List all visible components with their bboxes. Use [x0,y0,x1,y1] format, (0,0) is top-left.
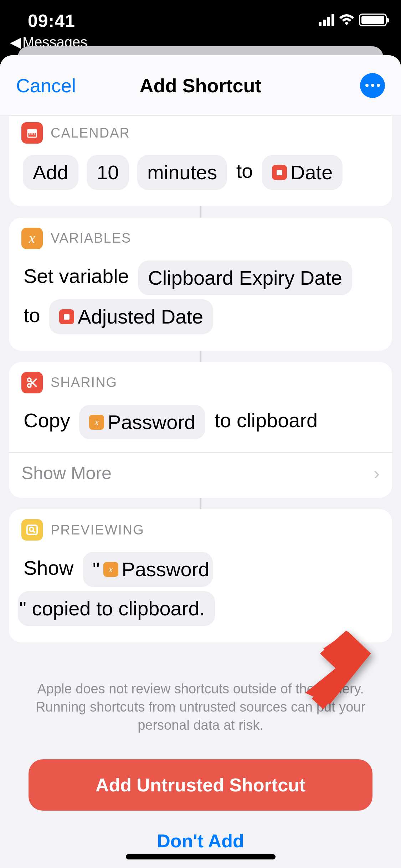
chevron-right-icon: › [374,463,380,484]
variable-token-icon: x [103,562,118,577]
param-amount[interactable]: 10 [87,155,129,190]
param-variable-name[interactable]: Clipboard Expiry Date [138,260,352,295]
action-description: Show " x Password " copied to clipboard. [21,550,380,628]
svg-rect-4 [31,134,33,135]
param-text-open[interactable]: " x Password [83,552,213,587]
show-more-button[interactable]: Show More › [21,453,380,484]
add-shortcut-sheet: Cancel Add Shortcut CALENDAR Add 10 minu… [0,55,401,868]
param-unit[interactable]: minutes [137,155,227,190]
category-label: SHARING [51,375,117,390]
status-bar: 09:41 ◀ Messages [0,0,401,46]
cellular-icon [319,14,334,26]
date-token-icon [59,309,74,324]
cancel-button[interactable]: Cancel [16,74,76,97]
calendar-icon [21,122,43,144]
home-indicator[interactable] [126,854,276,859]
action-connector [200,351,201,362]
svg-rect-5 [34,134,36,135]
param-verb[interactable]: Add [23,155,78,190]
category-label: VARIABLES [51,231,131,246]
svg-rect-6 [277,170,282,175]
quicklook-icon [21,519,43,541]
svg-rect-7 [64,314,70,320]
back-caret-icon: ◀ [10,34,21,50]
param-target-date[interactable]: Date [262,155,343,190]
ellipsis-icon [365,84,369,87]
svg-point-11 [30,527,34,531]
status-icons [319,14,387,26]
svg-rect-3 [29,134,31,135]
svg-point-9 [27,384,31,387]
svg-point-8 [27,378,31,382]
param-text-close[interactable]: " copied to clipboard. [18,591,215,626]
date-token-icon [272,165,287,180]
action-card-previewing[interactable]: PREVIEWING Show " x Password " copied to… [9,509,392,642]
svg-rect-1 [27,129,37,132]
action-card-calendar[interactable]: CALENDAR Add 10 minutes to Date [9,116,392,206]
battery-icon [359,14,387,26]
action-card-variables[interactable]: x VARIABLES Set variable Clipboard Expir… [9,218,392,351]
add-untrusted-shortcut-button[interactable]: Add Untrusted Shortcut [29,759,372,811]
action-connector [200,498,201,509]
untrusted-warning-text: Apple does not review shortcuts outside … [9,642,392,753]
param-variable-value[interactable]: Adjusted Date [49,299,213,334]
variable-token-icon: x [89,415,104,430]
action-connector [200,206,201,218]
param-password-var[interactable]: x Password [79,405,205,440]
category-label: PREVIEWING [51,522,144,538]
variable-icon: x [21,228,43,249]
scissors-icon [21,372,43,393]
action-card-sharing[interactable]: SHARING Copy x Password to clipboard Sho… [9,362,392,498]
more-button[interactable] [360,73,385,98]
category-label: CALENDAR [51,125,130,141]
action-description: Copy x Password to clipboard [21,403,380,442]
wifi-icon [339,14,355,26]
sheet-header: Cancel Add Shortcut [0,55,401,116]
action-description: Add 10 minutes to Date [21,153,380,192]
status-time: 09:41 [28,11,75,31]
action-description: Set variable Clipboard Expiry Date to Ad… [21,258,380,336]
actions-list: CALENDAR Add 10 minutes to Date x [0,116,401,868]
